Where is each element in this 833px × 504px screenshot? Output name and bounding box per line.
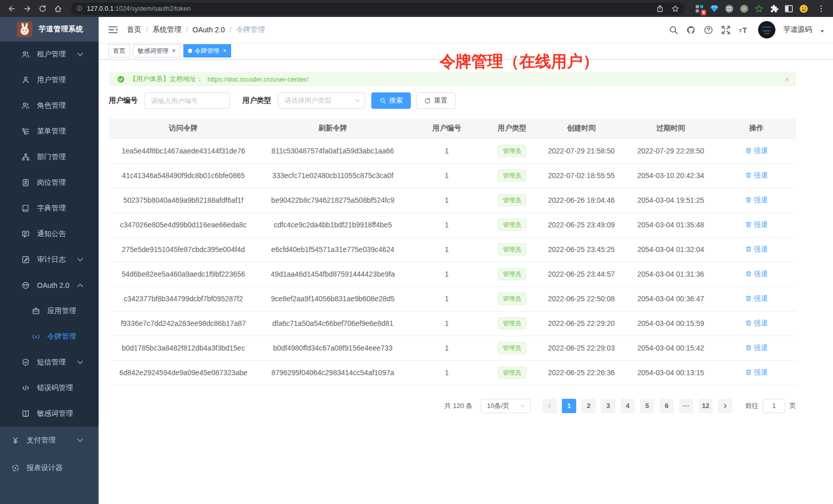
sidebar-item-sms-management[interactable]: 短信管理 — [0, 350, 99, 375]
pagination: 共 120 条 10条/页 123456···12 前往 页 — [109, 399, 796, 413]
tab-close-icon[interactable]: × — [172, 48, 176, 54]
goto-label: 前往 — [745, 401, 759, 411]
tab-首页[interactable]: 首页 — [108, 44, 130, 57]
sidebar-item-role-management[interactable]: 角色管理 — [0, 93, 99, 119]
page-button-···[interactable]: ··· — [679, 399, 693, 413]
extension-star-green-icon[interactable] — [754, 4, 764, 13]
created-time-cell: 2022-06-25 22:29:03 — [538, 336, 624, 360]
reload-icon — [39, 5, 47, 13]
page-size-select[interactable]: 10条/页 — [481, 399, 531, 413]
back-button[interactable] — [5, 2, 18, 15]
sidebar-item-dict-management[interactable]: 字典管理 — [0, 196, 99, 221]
font-size-button[interactable]: TT — [739, 25, 748, 35]
force-logout-button[interactable]: 强退 — [745, 269, 768, 279]
breadcrumb-item[interactable]: OAuth 2.0 — [193, 26, 225, 34]
home-button[interactable] — [51, 2, 65, 15]
reset-button[interactable]: 重置 — [416, 92, 456, 109]
sidebar-item-tenant-management[interactable]: 租户管理 — [0, 42, 99, 67]
page-button-3[interactable]: 3 — [601, 399, 615, 413]
user-type-select[interactable]: 请选择用户类型 — [278, 92, 365, 109]
page-button-6[interactable]: 6 — [659, 399, 674, 413]
sidebar-item-menu-management[interactable]: 菜单管理 — [0, 119, 99, 144]
reload-button[interactable] — [36, 2, 49, 15]
sidebar-collapse-icon[interactable] — [108, 25, 118, 35]
avatar[interactable] — [758, 21, 775, 38]
sidebar-item-dept-management[interactable]: 部门管理 — [0, 144, 99, 170]
sidebar-item-oauth2[interactable]: OAuth 2.0 — [0, 273, 99, 298]
sidebar-item-user-management[interactable]: 用户管理 — [0, 67, 99, 93]
forward-button[interactable] — [21, 2, 34, 15]
url-path: :1024/system/oauth2/token — [113, 5, 191, 12]
sidebar-item-audit-log[interactable]: 审计日志 — [0, 247, 99, 273]
extension-gem-icon[interactable] — [710, 4, 719, 13]
extension-tab-split-icon[interactable] — [784, 4, 793, 13]
force-logout-button[interactable]: 强退 — [745, 245, 768, 254]
sidebar-item-report-designer[interactable]: 报表设计器 — [0, 454, 99, 482]
force-logout-button[interactable]: 强退 — [745, 368, 768, 377]
url-bar[interactable]: 127.0.0.1:1024/system/oauth2/token — [71, 3, 685, 15]
page-button-2[interactable]: 2 — [581, 399, 596, 413]
tab-close-icon[interactable]: × — [223, 48, 226, 54]
breadcrumb: 首页/系统管理/OAuth 2.0/令牌管理 — [127, 25, 265, 34]
prev-page-button[interactable] — [542, 399, 557, 413]
breadcrumb-item[interactable]: 系统管理 — [153, 25, 181, 34]
oauth-icon — [22, 281, 30, 289]
page-size-value: 10条/页 — [487, 401, 509, 411]
page-button-4[interactable]: 4 — [620, 399, 635, 413]
force-logout-button[interactable]: 强退 — [745, 196, 768, 205]
force-logout-button[interactable]: 强退 — [745, 146, 768, 156]
page-button-12[interactable]: 12 — [698, 399, 713, 413]
tab-令牌管理[interactable]: 令牌管理× — [183, 44, 231, 57]
sidebar-item-notice-announcement[interactable]: 通知公告 — [0, 221, 99, 247]
share-button[interactable] — [656, 5, 664, 13]
goto-page-input[interactable] — [763, 399, 785, 413]
force-logout-button[interactable]: 强退 — [745, 220, 768, 229]
sidebar-item-sensitive-word-management[interactable]: 敏感词管理 — [0, 401, 99, 427]
app-logo[interactable]: 芋道管理系统 — [0, 17, 99, 42]
tab-敏感词管理[interactable]: 敏感词管理× — [133, 44, 180, 57]
app-logo-image — [17, 22, 32, 37]
action-cell: 强退 — [717, 188, 796, 212]
search-button[interactable] — [669, 25, 678, 35]
expire-time-cell: 2054-03-04 01:35:48 — [624, 212, 717, 237]
sidebar-item-app-management[interactable]: 应用管理 — [0, 298, 99, 324]
page-button-1[interactable]: 1 — [562, 399, 576, 413]
github-button[interactable] — [686, 25, 696, 35]
alert-close-icon[interactable]: × — [785, 75, 789, 84]
user-id-cell: 1 — [408, 286, 486, 311]
extension-recorder-icon[interactable] — [740, 4, 749, 13]
force-logout-button[interactable]: 强退 — [745, 171, 768, 180]
extension-grid-apps-icon[interactable]: 9 — [695, 4, 704, 13]
user-id-input[interactable] — [144, 92, 230, 109]
caret-down-icon[interactable] — [820, 29, 825, 34]
force-logout-label: 强退 — [754, 368, 768, 377]
help-button[interactable] — [704, 25, 713, 35]
page-button-5[interactable]: 5 — [640, 399, 654, 413]
browser-menu-button[interactable] — [815, 2, 828, 15]
force-logout-button[interactable]: 强退 — [745, 343, 768, 353]
sidebar-item-error-code-management[interactable]: 错误码管理 — [0, 375, 99, 401]
table-row: b0d1785bc3a8482f812db4a3f3bd15ecb0df4980… — [109, 336, 796, 360]
search-button[interactable]: 搜索 — [371, 92, 411, 109]
chevron-left-icon — [546, 403, 553, 409]
next-page-button[interactable] — [718, 399, 732, 413]
fullscreen-button[interactable] — [721, 25, 731, 35]
extension-emoji-icon[interactable] — [799, 4, 808, 13]
extension-puzzle-icon[interactable] — [769, 4, 779, 13]
access-token-cell: c342377bf8b344799dcbf7bf095287f2 — [109, 286, 258, 311]
force-logout-button[interactable]: 强退 — [745, 319, 768, 328]
user-type-cell: 管理员 — [486, 360, 538, 385]
force-logout-label: 强退 — [754, 343, 768, 353]
sidebar-item-payment-management[interactable]: 支付管理 — [0, 427, 99, 454]
force-logout-button[interactable]: 强退 — [745, 294, 768, 303]
alert-doc-link[interactable]: https://doc.iocoder.cn/user-center/ — [207, 75, 308, 83]
url-host: 127.0.0.1 — [87, 5, 113, 12]
star-button[interactable] — [671, 5, 679, 13]
table-row: f9336e7c7dd242a283ee98dc86b17a87dfa6c71a… — [109, 311, 796, 336]
sidebar-item-post-management[interactable]: 岗位管理 — [0, 170, 99, 196]
chevron-down-icon — [76, 358, 84, 366]
breadcrumb-item[interactable]: 首页 — [127, 25, 141, 34]
extension-command-icon[interactable] — [725, 4, 734, 13]
sidebar-item-token-management[interactable]: A令牌管理 — [0, 324, 99, 350]
sms-shield-icon — [22, 358, 30, 366]
